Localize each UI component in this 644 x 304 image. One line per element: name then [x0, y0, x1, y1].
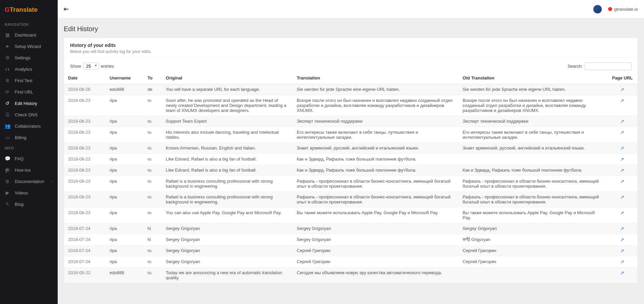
cell-original: Sergey Grigoryan: [162, 256, 292, 267]
panel-title: History of your edits: [70, 43, 632, 48]
cell-username: ripa: [106, 192, 144, 207]
cell-date: 2018-07-24: [64, 223, 106, 234]
search-input[interactable]: [585, 62, 632, 70]
sidebar-item-label: Documentation: [15, 179, 44, 184]
external-link-icon[interactable]: ↗: [620, 157, 624, 162]
cell-old-translation: Вскоре после этого он был назначен и воз…: [459, 95, 607, 116]
external-link-icon[interactable]: ↗: [620, 194, 624, 200]
external-link-icon[interactable]: ↗: [620, 259, 624, 264]
external-link-icon[interactable]: ↗: [620, 87, 624, 92]
sidebar-item-videos[interactable]: ▶Videos: [0, 187, 58, 198]
topbar: ⇤ gtranslate.io: [58, 0, 644, 18]
table-row: 2018-08-23riparuLike Edvard, Rafael is a…: [64, 154, 638, 165]
cell-original: Sergey Grigoryan: [162, 223, 292, 234]
sidebar-item-collaborators[interactable]: 👥Collaborators: [0, 120, 58, 132]
external-link-icon[interactable]: ↗: [620, 130, 624, 135]
external-link-icon[interactable]: ↗: [620, 270, 624, 276]
sidebar-item-label: Analytics: [15, 67, 32, 72]
page-size-select[interactable]: 25: [83, 63, 99, 70]
brand-dot-icon: [608, 7, 612, 11]
external-link-icon[interactable]: ↗: [620, 210, 624, 216]
cell-translation: Как и Эдвард, Рафаэль тоже большой покло…: [293, 165, 459, 176]
cell-to: ru: [144, 154, 162, 165]
external-link-icon[interactable]: ↗: [620, 119, 624, 124]
cell-username: ripa: [106, 95, 144, 116]
sidebar-item-blog[interactable]: ✎Blog: [0, 198, 58, 210]
sidebar-item-check-dns[interactable]: ☰Check DNS: [0, 109, 58, 120]
brand-link[interactable]: gtranslate.io: [608, 7, 638, 12]
cell-username: ripa: [106, 116, 144, 127]
sidebar-item-billing[interactable]: ▭Billing: [0, 132, 58, 143]
logo-g: G: [5, 6, 10, 13]
chat-icon: 💬: [5, 156, 10, 161]
table-row: 2018-08-23riparuYou can also use Apple P…: [64, 207, 638, 223]
table-row: 2018-08-23riparuKnows Armenian, Russian,…: [64, 143, 638, 154]
cell-translation: Sergey Grigoryan: [293, 223, 459, 234]
cell-date: 2018-08-23: [64, 165, 106, 176]
cell-old-translation: Sie werden für jede Sprache eine eigene …: [459, 84, 607, 95]
avatar[interactable]: [593, 5, 602, 14]
cell-original: Sergey Grigoryan: [162, 234, 292, 245]
external-link-icon[interactable]: ↗: [620, 237, 624, 242]
cell-page-url: ↗: [607, 84, 638, 95]
sidebar-item-setup-wizard[interactable]: ➤Setup Wizard: [0, 41, 58, 52]
sidebar-item-label: FAQ: [15, 156, 23, 161]
cell-translation: Вы также можете использовать Apple Pay, …: [293, 207, 459, 223]
cell-original: Rafael is a business consulting professi…: [162, 176, 292, 192]
external-link-icon[interactable]: ↗: [620, 248, 624, 253]
logo[interactable]: GTranslate: [0, 3, 58, 19]
cell-date: 2018-08-23: [64, 176, 106, 192]
col-to-header[interactable]: To: [144, 72, 162, 84]
cell-translation: Его интересы также включают в себя танцы…: [293, 127, 459, 143]
grad-icon: 🎓: [5, 167, 10, 173]
cell-username: ripa: [106, 245, 144, 256]
sidebar-item-dashboard[interactable]: ▦Dashboard: [0, 29, 58, 41]
cell-translation: Вскоре после этого он был назначен и воз…: [293, 95, 459, 116]
table-row: 2018-08-26edo888deYou will have a separa…: [64, 84, 638, 95]
table-row: 2018-08-23riparuRafael is a business con…: [64, 176, 638, 192]
cell-original: Today we are announcing a new era of aut…: [162, 267, 292, 283]
brand-link-label: gtranslate.io: [614, 7, 638, 12]
page-content: Edit History History of your edits Below…: [58, 18, 644, 290]
external-link-icon[interactable]: ↗: [620, 168, 624, 173]
external-link-icon[interactable]: ↗: [620, 179, 624, 184]
main-area: ⇤ gtranslate.io Edit History History of …: [58, 0, 644, 304]
col-username-header[interactable]: Username: [106, 72, 144, 84]
cell-to: ru: [144, 245, 162, 256]
cell-page-url: ↗: [607, 154, 638, 165]
sidebar-item-edit-history[interactable]: ↺Edit History: [0, 98, 58, 109]
cell-old-translation: Рафаэль - профессионал в области бизнес-…: [459, 176, 607, 192]
col-original-header[interactable]: Original: [162, 72, 292, 84]
sidebar-item-find-text[interactable]: 🗎Find Text: [0, 75, 58, 86]
cell-username: ripa: [106, 165, 144, 176]
doc-icon: 🗎: [5, 179, 10, 184]
blog-icon: ✎: [5, 201, 10, 207]
external-link-icon[interactable]: ↗: [620, 98, 624, 103]
col-page-url-header[interactable]: Page URL: [607, 72, 638, 84]
col-old-translation-header[interactable]: Old Translation: [459, 72, 607, 84]
col-translation-header[interactable]: Translation: [293, 72, 459, 84]
chart-icon: ⫾⫾: [5, 66, 10, 72]
sidebar-item-find-url[interactable]: ⟳Find URL: [0, 86, 58, 98]
sidebar-item-documentation[interactable]: 🗎Documentation›: [0, 176, 58, 187]
sidebar-item-label: Settings: [15, 55, 31, 60]
sidebar-item-howtos[interactable]: 🎓How-tos: [0, 164, 58, 176]
link-icon: ⟳: [5, 89, 10, 95]
cell-old-translation: Его интересы также включают в себя танцы…: [459, 127, 607, 143]
show-label: Show: [70, 64, 81, 69]
external-link-icon[interactable]: ↗: [620, 145, 624, 151]
dns-icon: ☰: [5, 112, 10, 117]
cell-old-translation: Как и Эдвард, Рафаэль тоже большой покло…: [459, 165, 607, 176]
cell-to: ru: [144, 116, 162, 127]
sidebar-item-settings[interactable]: ⚙Settings: [0, 52, 58, 63]
sidebar-item-analytics[interactable]: ⫾⫾Analytics: [0, 63, 58, 75]
cell-username: ripa: [106, 143, 144, 154]
collapse-sidebar-button[interactable]: ⇤: [64, 5, 69, 13]
cell-original: Knows Armenian, Russian, English and Ita…: [162, 143, 292, 154]
col-date-header[interactable]: Date: [64, 72, 106, 84]
external-link-icon[interactable]: ↗: [620, 226, 624, 231]
sidebar-item-faq[interactable]: 💬FAQ: [0, 153, 58, 164]
table-row: 2018-07-24riparuSergey GrigoryanСергей Г…: [64, 256, 638, 267]
nav-heading-info: INFO: [0, 143, 58, 153]
cell-to: ru: [144, 207, 162, 223]
